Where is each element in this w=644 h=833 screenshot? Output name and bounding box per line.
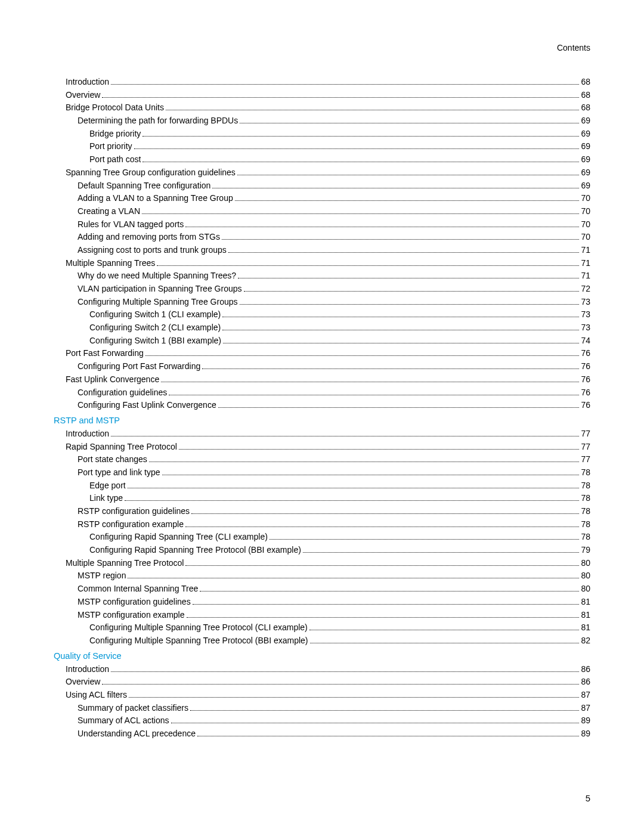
toc-entry[interactable]: Link type78 <box>54 492 590 505</box>
toc-entry-label: Configuring Switch 1 (CLI example) <box>89 308 221 321</box>
toc-entry[interactable]: Summary of ACL actions89 <box>54 714 590 727</box>
toc-entry[interactable]: Overview86 <box>54 676 590 689</box>
toc-entry[interactable]: Using ACL filters87 <box>54 689 590 702</box>
toc-entry-page: 69 <box>581 128 590 141</box>
toc-leader-dots <box>111 84 579 85</box>
toc-entry-page: 76 <box>581 386 590 400</box>
toc-entry-label: Understanding ACL precedence <box>78 727 196 741</box>
toc-entry-label: Introduction <box>66 428 109 441</box>
toc-leader-dots <box>149 462 580 462</box>
toc-entry[interactable]: Configuring Switch 1 (BBI example)74 <box>54 335 590 348</box>
toc-entry[interactable]: Understanding ACL precedence89 <box>54 727 590 741</box>
toc-entry[interactable]: Assigning cost to ports and trunk groups… <box>54 244 590 257</box>
toc-entry[interactable]: Edge port78 <box>54 479 590 493</box>
toc-section-heading[interactable]: RSTP and MSTP <box>54 416 590 425</box>
toc-entry[interactable]: Rules for VLAN tagged ports70 <box>54 218 590 231</box>
toc-entry[interactable]: Overview68 <box>54 89 590 102</box>
toc-entry-page: 78 <box>581 518 590 531</box>
toc-entry[interactable]: Introduction68 <box>54 76 590 89</box>
toc-entry-page: 74 <box>581 335 590 348</box>
toc-section-heading[interactable]: Quality of Service <box>54 651 590 661</box>
toc-entry[interactable]: Creating a VLAN70 <box>54 205 590 218</box>
toc-entry-label: RSTP configuration example <box>78 518 184 531</box>
toc-entry[interactable]: Configuring Multiple Spanning Tree Group… <box>54 296 590 309</box>
toc-entry[interactable]: Port state changes77 <box>54 453 590 466</box>
toc-leader-dots <box>222 239 580 240</box>
toc-entry[interactable]: Adding and removing ports from STGs70 <box>54 231 590 244</box>
toc-entry[interactable]: Introduction77 <box>54 428 590 441</box>
toc-entry[interactable]: Bridge Protocol Data Units68 <box>54 101 590 114</box>
toc-entry[interactable]: Port priority69 <box>54 140 590 153</box>
toc-entry[interactable]: Rapid Spanning Tree Protocol77 <box>54 441 590 454</box>
toc-entry[interactable]: MSTP configuration example81 <box>54 609 590 622</box>
toc-leader-dots <box>185 527 579 527</box>
toc-entry[interactable]: Multiple Spanning Tree Protocol80 <box>54 557 590 570</box>
toc-leader-dots <box>212 188 579 188</box>
toc-entry[interactable]: Configuring Switch 2 (CLI example)73 <box>54 321 590 335</box>
toc-leader-dots <box>185 227 579 227</box>
toc-leader-dots <box>145 355 580 356</box>
toc-entry[interactable]: Port Fast Forwarding76 <box>54 347 590 360</box>
table-of-contents: Introduction68Overview68Bridge Protocol … <box>54 76 590 741</box>
toc-entry-label: Configuration guidelines <box>78 386 167 400</box>
toc-entry-label: Why do we need Multiple Spanning Trees? <box>78 270 236 283</box>
toc-leader-dots <box>222 317 579 317</box>
toc-entry-page: 76 <box>581 347 590 360</box>
toc-entry-label: Port type and link type <box>78 466 160 479</box>
toc-entry-page: 78 <box>581 531 590 544</box>
toc-entry[interactable]: MSTP region80 <box>54 569 590 583</box>
toc-entry-label: Fast Uplink Convergence <box>66 373 159 386</box>
toc-leader-dots <box>162 475 580 475</box>
toc-leader-dots <box>200 591 579 592</box>
toc-entry-label: Using ACL filters <box>66 689 127 702</box>
toc-entry-label: VLAN participation in Spanning Tree Grou… <box>78 283 242 296</box>
toc-entry-page: 69 <box>581 140 590 153</box>
toc-entry-label: Adding and removing ports from STGs <box>78 231 220 244</box>
toc-entry[interactable]: Multiple Spanning Trees71 <box>54 257 590 270</box>
toc-entry-label: Summary of packet classifiers <box>78 702 188 715</box>
toc-entry[interactable]: Adding a VLAN to a Spanning Tree Group70 <box>54 192 590 205</box>
toc-entry-page: 78 <box>581 505 590 518</box>
toc-leader-dots <box>309 630 580 630</box>
toc-entry-page: 76 <box>581 360 590 373</box>
toc-leader-dots <box>218 407 580 408</box>
toc-entry[interactable]: Introduction86 <box>54 663 590 676</box>
toc-entry[interactable]: Fast Uplink Convergence76 <box>54 373 590 386</box>
toc-entry[interactable]: Common Internal Spanning Tree80 <box>54 583 590 596</box>
toc-entry[interactable]: RSTP configuration example78 <box>54 518 590 531</box>
toc-entry-page: 80 <box>581 557 590 570</box>
toc-entry[interactable]: Configuring Port Fast Forwarding76 <box>54 360 590 373</box>
toc-entry[interactable]: Configuring Rapid Spanning Tree (CLI exa… <box>54 531 590 544</box>
toc-entry[interactable]: Default Spanning Tree configuration69 <box>54 179 590 193</box>
toc-leader-dots <box>187 617 580 618</box>
toc-leader-dots <box>128 488 580 488</box>
toc-entry-page: 71 <box>581 270 590 283</box>
toc-entry-page: 70 <box>581 205 590 218</box>
toc-entry[interactable]: Configuring Rapid Spanning Tree Protocol… <box>54 544 590 557</box>
toc-entry-label: Assigning cost to ports and trunk groups <box>78 244 227 257</box>
toc-entry[interactable]: Summary of packet classifiers87 <box>54 702 590 715</box>
toc-entry[interactable]: RSTP configuration guidelines78 <box>54 505 590 518</box>
toc-entry[interactable]: MSTP configuration guidelines81 <box>54 596 590 609</box>
toc-entry-label: Configuring Multiple Spanning Tree Proto… <box>89 634 308 648</box>
toc-entry-label: Configuring Multiple Spanning Tree Group… <box>78 296 238 309</box>
toc-entry[interactable]: Configuring Multiple Spanning Tree Proto… <box>54 621 590 634</box>
toc-entry-label: Bridge priority <box>89 128 141 141</box>
toc-entry[interactable]: Configuring Switch 1 (CLI example)73 <box>54 308 590 321</box>
toc-entry[interactable]: Determining the path for forwarding BPDU… <box>54 114 590 128</box>
toc-leader-dots <box>303 552 580 553</box>
toc-entry-label: Configuring Switch 2 (CLI example) <box>89 321 221 335</box>
toc-entry[interactable]: Why do we need Multiple Spanning Trees?7… <box>54 270 590 283</box>
toc-entry[interactable]: Configuring Fast Uplink Convergence76 <box>54 399 590 412</box>
toc-entry[interactable]: Spanning Tree Group configuration guidel… <box>54 166 590 179</box>
toc-entry-label: Introduction <box>66 76 109 89</box>
toc-leader-dots <box>161 382 579 382</box>
toc-entry-page: 87 <box>581 689 590 702</box>
toc-entry[interactable]: Configuring Multiple Spanning Tree Proto… <box>54 634 590 648</box>
toc-leader-dots <box>228 252 580 253</box>
toc-entry[interactable]: VLAN participation in Spanning Tree Grou… <box>54 283 590 296</box>
toc-entry[interactable]: Bridge priority69 <box>54 128 590 141</box>
toc-entry[interactable]: Port path cost69 <box>54 153 590 166</box>
toc-entry[interactable]: Port type and link type78 <box>54 466 590 479</box>
toc-entry[interactable]: Configuration guidelines76 <box>54 386 590 400</box>
